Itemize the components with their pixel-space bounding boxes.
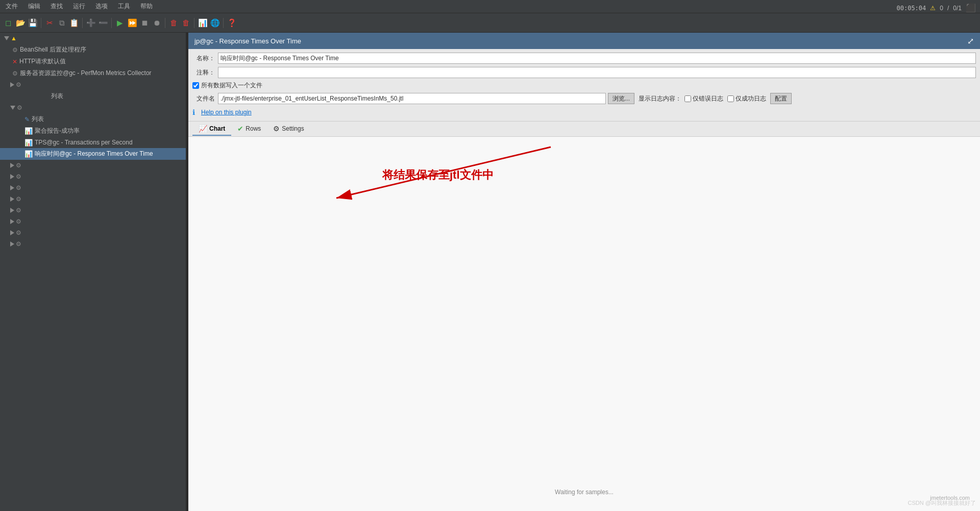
- sidebar-item-http-default[interactable]: ✕ HTTP请求默认值: [0, 56, 186, 67]
- sidebar: ▲ ⚙ BeanShell 后置处理程序 ✕ HTTP请求默认值 ⚙ 服务器资源…: [0, 33, 186, 511]
- tb-clear-btn[interactable]: 🗑: [168, 17, 179, 29]
- expand-icon[interactable]: ⤢: [967, 36, 974, 46]
- csdn-watermark: CSDN @叫我林接接就好了: [908, 499, 976, 507]
- sidebar-root[interactable]: ▲: [0, 33, 186, 44]
- gear3-expand-icon: [10, 163, 14, 168]
- file-row: 文件名 浏览... 显示日志内容： 仅错误日志 仅成功日志 配置: [188, 91, 980, 106]
- tab-chart[interactable]: 📈 Chart: [192, 123, 231, 136]
- tb-clearall-btn[interactable]: 🗑: [180, 17, 191, 29]
- gear8-icon: ⚙: [16, 218, 21, 225]
- gear10-expand-icon: [10, 241, 14, 247]
- help-row: ℹ Help on this plugin: [188, 106, 980, 119]
- tb-collapse-btn[interactable]: ➖: [97, 17, 109, 29]
- name-input[interactable]: [218, 53, 976, 64]
- beanshell-icon: ⚙: [12, 46, 18, 54]
- tb-cut-btn[interactable]: ✂: [44, 17, 55, 29]
- perfmon-label: 服务器资源监控@gc - PerfMon Metrics Collector: [20, 69, 152, 78]
- http-label: HTTP请求默认值: [19, 57, 66, 66]
- sidebar-item-gear6[interactable]: ⚙: [0, 193, 186, 205]
- menu-item-find[interactable]: 查找: [47, 1, 66, 12]
- panel-title: jp@gc - Response Times Over Time: [194, 37, 301, 45]
- perfmon-icon: ⚙: [12, 70, 18, 77]
- all-write-label: 所有数据写入一个文件: [201, 81, 262, 90]
- gear9-expand-icon: [10, 230, 14, 235]
- tab-rows[interactable]: ✔ Rows: [231, 123, 267, 136]
- aggregate-label: 聚合报告-成功率: [35, 127, 80, 135]
- tb-save-btn[interactable]: 💾: [27, 17, 38, 29]
- tb-open-btn[interactable]: 📂: [15, 17, 26, 29]
- comment-label: 注释：: [192, 68, 218, 77]
- all-write-row: 所有数据写入一个文件: [188, 80, 980, 91]
- comment-row: 注释：: [188, 65, 980, 80]
- settings-tab-label: Settings: [282, 125, 304, 132]
- browse-button[interactable]: 浏览...: [608, 93, 634, 104]
- toolbar: ◻ 📂 💾 ✂ ⧉ 📋 ➕ ➖ ▶ ⏩ ⏹ ⏺ 🗑 🗑 📊 🌐 ❓ 00:05:…: [0, 13, 980, 33]
- statusbar-top: 00:05:04 ⚠ 0 / 0/1 ⬛: [896, 3, 976, 13]
- sidebar-item-gear2[interactable]: ⚙: [0, 102, 186, 113]
- tb-new-btn[interactable]: ◻: [3, 17, 14, 29]
- help-link[interactable]: Help on this plugin: [197, 108, 256, 117]
- status-green-icon: ⬛: [966, 3, 976, 13]
- sidebar-item-gear7[interactable]: ⚙: [0, 205, 186, 216]
- panel-header: jp@gc - Response Times Over Time ⤢: [188, 33, 980, 49]
- sidebar-item-gear8[interactable]: ⚙: [0, 216, 186, 227]
- menu-item-edit[interactable]: 编辑: [25, 1, 43, 12]
- content-panel: jp@gc - Response Times Over Time ⤢ 名称： 注…: [188, 33, 980, 511]
- sidebar-item-gear10[interactable]: ⚙: [0, 238, 186, 250]
- sidebar-item-tps[interactable]: 📊 TPS@gc - Transactions per Second: [0, 137, 186, 148]
- sidebar-item-aggregate[interactable]: 📊 聚合报告-成功率: [0, 125, 186, 137]
- tb-stop-btn[interactable]: ⏹: [139, 17, 150, 29]
- sidebar-item-gear4[interactable]: ⚙: [0, 171, 186, 182]
- tb-start-nopauses-btn[interactable]: ⏩: [127, 17, 138, 29]
- warning-count: 0: [940, 5, 943, 12]
- sidebar-item-perfmon[interactable]: ⚙ 服务器资源监控@gc - PerfMon Metrics Collector: [0, 67, 186, 79]
- timer-display: 00:05:04: [896, 5, 926, 12]
- all-write-checkbox[interactable]: [192, 82, 199, 89]
- success-log-row: 仅成功日志: [727, 94, 766, 103]
- error-log-checkbox[interactable]: [684, 95, 691, 102]
- menu-item-tools[interactable]: 工具: [115, 1, 133, 12]
- tb-start-btn[interactable]: ▶: [114, 17, 126, 29]
- sidebar-item-beanshell[interactable]: ⚙ BeanShell 后置处理程序: [0, 44, 186, 56]
- tb-report-btn[interactable]: 📊: [197, 17, 208, 29]
- tb-expand-btn[interactable]: ➕: [85, 17, 96, 29]
- sidebar-item-gear3[interactable]: ⚙: [0, 160, 186, 171]
- comment-input[interactable]: [218, 67, 976, 78]
- toolbar-sep-3: [111, 18, 112, 28]
- tb-paste-btn[interactable]: 📋: [68, 17, 80, 29]
- file-input[interactable]: [218, 93, 606, 104]
- list-sub-label: 列表: [32, 115, 44, 124]
- gear1-expand-icon: [10, 82, 14, 87]
- sidebar-item-gear1[interactable]: ⚙: [0, 79, 186, 90]
- sidebar-item-gear5[interactable]: ⚙: [0, 182, 186, 193]
- tb-help-btn[interactable]: ❓: [226, 17, 237, 29]
- gear4-icon: ⚙: [16, 173, 21, 180]
- list-group-label-row: 列表: [0, 90, 186, 102]
- success-log-checkbox[interactable]: [727, 95, 734, 102]
- menu-item-run[interactable]: 运行: [70, 1, 88, 12]
- chart-tab-label: Chart: [209, 125, 225, 132]
- sidebar-item-list-sub[interactable]: ✎ 列表: [0, 113, 186, 125]
- aggregate-icon: 📊: [24, 127, 33, 135]
- error-count: 0/1: [953, 5, 962, 12]
- list-group-label: 列表: [51, 92, 63, 101]
- tb-shutdown-btn[interactable]: ⏺: [151, 17, 162, 29]
- sidebar-item-gear9[interactable]: ⚙: [0, 227, 186, 238]
- tabs-bar: 📈 Chart ✔ Rows ⚙ Settings: [188, 121, 980, 137]
- tb-remote-btn[interactable]: 🌐: [209, 17, 220, 29]
- menubar: 文件 编辑 查找 运行 选项 工具 帮助: [0, 0, 980, 13]
- gear1-icon: ⚙: [16, 81, 21, 88]
- toolbar-sep-1: [41, 18, 41, 28]
- menu-item-file[interactable]: 文件: [3, 1, 21, 12]
- tab-settings[interactable]: ⚙ Settings: [267, 123, 310, 136]
- config-button[interactable]: 配置: [770, 93, 792, 104]
- response-time-label: 响应时间@gc - Response Times Over Time: [35, 150, 153, 158]
- sidebar-item-response-time[interactable]: 📊 响应时间@gc - Response Times Over Time: [0, 148, 186, 160]
- svg-line-0: [336, 147, 551, 198]
- root-collapse-icon: [4, 36, 9, 40]
- tb-copy-btn[interactable]: ⧉: [56, 17, 67, 29]
- gear3-icon: ⚙: [16, 162, 21, 169]
- menu-item-options[interactable]: 选项: [92, 1, 111, 12]
- menu-item-help[interactable]: 帮助: [137, 1, 156, 12]
- gear2-icon: ⚙: [17, 104, 22, 111]
